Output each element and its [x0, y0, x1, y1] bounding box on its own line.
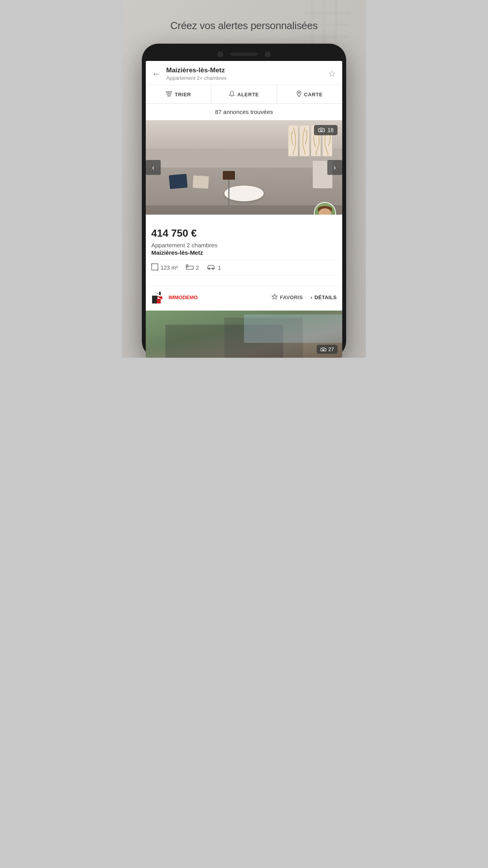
back-button[interactable]: ←: [152, 69, 161, 79]
toolbar-alerte[interactable]: ALERTE: [211, 85, 277, 103]
header-title-block: Maizières-lès-Metz Appartement 2+ chambr…: [166, 66, 328, 81]
app-header: ← Maizières-lès-Metz Appartement 2+ cham…: [146, 61, 342, 85]
surface-icon: [151, 263, 158, 272]
cushion-2: [193, 175, 209, 189]
phone-screen: ← Maizières-lès-Metz Appartement 2+ cham…: [146, 61, 342, 358]
artwork-1: [288, 125, 298, 156]
phone-top-bar: [146, 48, 342, 61]
svg-point-20: [322, 349, 324, 350]
cushion-1: [169, 174, 188, 189]
svg-rect-18: [157, 299, 161, 303]
car-icon: [207, 264, 215, 271]
agency-name: IMMODEMO: [169, 294, 198, 300]
bedrooms-value: 2: [196, 265, 199, 271]
prev-image-button[interactable]: ‹: [146, 160, 161, 175]
artwork-2: [299, 125, 310, 156]
listing-image-container: 18 ‹ ›: [146, 120, 342, 215]
listing-actions: IMMODEMO FAVORIS: [146, 286, 342, 310]
details-button[interactable]: › DÉTAILS: [311, 294, 337, 300]
header-city: Maizières-lès-Metz: [166, 66, 328, 74]
feature-bedrooms: 2: [186, 264, 199, 271]
star-icon: [272, 294, 278, 301]
svg-rect-12: [186, 266, 193, 269]
listing-preview-bg: [146, 311, 342, 358]
listing-card: 18 ‹ ›: [146, 120, 342, 310]
feature-surface: 123 m²: [151, 263, 178, 272]
agency-logo: IMMODEMO: [151, 290, 198, 304]
bell-icon: [229, 91, 235, 98]
svg-rect-8: [167, 96, 171, 96]
parking-value: 1: [218, 265, 221, 271]
agent-face: [315, 203, 335, 215]
filter-icon: [166, 91, 172, 98]
camera-icon: [318, 127, 325, 133]
toolbar-trier[interactable]: TRIER: [146, 85, 211, 103]
listing-info: 414 750 € Appartement 2 chambres Maizièr…: [146, 215, 342, 286]
favorite-button[interactable]: ☆: [328, 69, 336, 79]
feature-parking: 1: [207, 264, 221, 271]
next-image-button[interactable]: ›: [327, 160, 342, 175]
page-title: Créez vos alertes personnalisées: [159, 12, 330, 44]
header-subtitle: Appartement 2+ chambres: [166, 75, 328, 81]
listing-location: Maizières-lès-Metz: [151, 249, 337, 256]
agency-logo-svg: [151, 290, 165, 304]
phone-speaker: [230, 53, 258, 56]
photo-count: 18: [327, 127, 334, 133]
surface-value: 123 m²: [161, 265, 178, 271]
phone-frame: ← Maizières-lès-Metz Appartement 2+ cham…: [142, 44, 346, 358]
coffee-table: [224, 186, 264, 201]
camera-icon-2: [320, 347, 327, 352]
toolbar: TRIER ALERTE: [146, 85, 342, 104]
svg-point-9: [298, 92, 300, 94]
photo-count-badge: 18: [314, 125, 338, 135]
agency-name-part2: DEMO: [182, 294, 198, 300]
chevron-right-icon: ›: [311, 294, 313, 300]
svg-point-10: [321, 129, 323, 131]
details-label: DÉTAILS: [314, 294, 337, 300]
floor-lamp-shade: [223, 171, 235, 180]
listing-features: 123 m² 2: [151, 260, 337, 276]
svg-marker-17: [155, 292, 161, 296]
photo-count-badge-2: 27: [317, 345, 338, 354]
toolbar-carte-label: CARTE: [304, 92, 323, 97]
phone-camera: [218, 51, 223, 57]
actions-right: FAVORIS › DÉTAILS: [272, 294, 337, 301]
toolbar-trier-label: TRIER: [175, 92, 191, 97]
toolbar-carte[interactable]: CARTE: [277, 85, 342, 103]
glass-facade: [244, 314, 342, 343]
photo-count-2: 27: [328, 346, 334, 352]
phone-camera-2: [265, 51, 270, 57]
toolbar-alerte-label: ALERTE: [237, 92, 259, 97]
results-count: 87 annonces trouvées: [146, 104, 342, 120]
outer-bg: Créez vos alertes personnalisées ← Maizi…: [122, 0, 366, 358]
svg-rect-6: [166, 92, 172, 92]
agent-avatar: [314, 202, 336, 215]
map-pin-icon: [297, 90, 301, 98]
favorites-label: FAVORIS: [280, 294, 303, 300]
bed-icon: [186, 264, 194, 271]
listing-image: [146, 120, 342, 215]
listing-type: Appartement 2 chambres: [151, 242, 337, 248]
listing-price: 414 750 €: [151, 227, 337, 239]
agency-name-part1: IMMO: [169, 294, 182, 300]
svg-rect-16: [152, 296, 158, 303]
svg-rect-7: [167, 94, 171, 94]
listing-card-preview: 27: [146, 311, 342, 358]
svg-rect-11: [152, 264, 158, 270]
favorites-button[interactable]: FAVORIS: [272, 294, 303, 301]
